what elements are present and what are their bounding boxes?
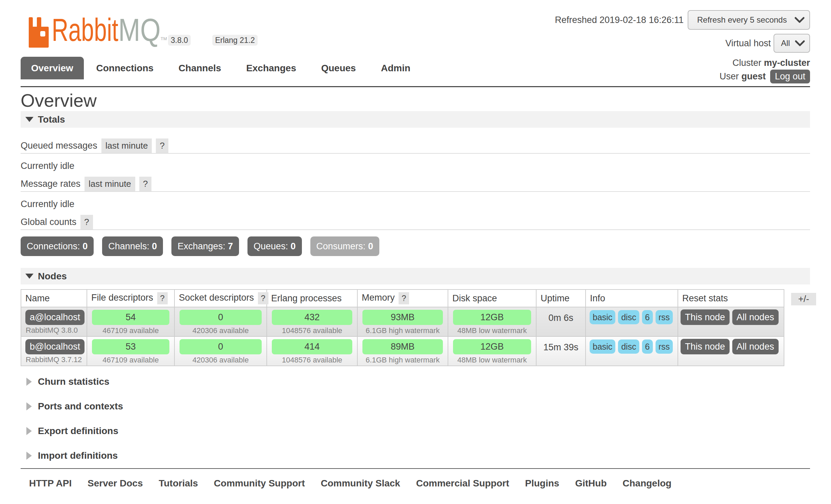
footer-link-commercial-support[interactable]: Commercial Support [416,478,509,489]
col-socket-descriptors: Socket descriptors ? [174,289,267,307]
erlang-version-badge: Erlang 21.2 [212,35,258,46]
tab-exchanges[interactable]: Exchanges [234,57,309,79]
section-header-import-definitions[interactable]: Import definitions [21,450,810,461]
rabbitmq-overview-page: Rabbit MQ TM 3.8.0 Erlang 21.2 Refreshed… [0,0,831,504]
info-badge-basic[interactable]: basic [590,310,615,324]
info-badge-disc[interactable]: disc [618,310,639,324]
col-name: Name [21,289,87,307]
message-rates-heading: Message rates last minute ? [21,177,810,192]
reset-all-nodes-button[interactable]: All nodes [732,339,779,354]
connections-count-label: Connections: [27,241,80,251]
cluster-label-text: Cluster [732,58,761,68]
help-icon[interactable]: ? [156,138,168,153]
section-header-ports-and-contexts[interactable]: Ports and contexts [21,400,810,412]
memory-cell: 93MB 6.1GB high watermark [357,307,448,336]
col-erlang-processes: Erlang processes [267,289,357,307]
section-header-totals[interactable]: Totals [21,111,810,128]
tab-channels[interactable]: Channels [166,57,234,79]
uptime-cell: 15m 39s [536,336,586,366]
footer-link-plugins[interactable]: Plugins [525,478,559,489]
node-name-badge[interactable]: b@localhost [25,339,85,354]
tab-connections[interactable]: Connections [84,57,166,79]
col-file-descriptors: File descriptors ? [87,289,174,307]
reset-this-node-button[interactable]: This node [681,309,730,325]
queued-idle-text: Currently idle [21,160,810,171]
help-icon[interactable]: ? [399,292,409,304]
section-header-churn-statistics[interactable]: Churn statistics [21,376,810,387]
info-badge-cores[interactable]: 6 [642,310,653,324]
footer-link-server-docs[interactable]: Server Docs [88,478,143,489]
footer-link-github[interactable]: GitHub [575,478,607,489]
footer-link-community-support[interactable]: Community Support [214,478,305,489]
rates-range-badge[interactable]: last minute [85,177,135,191]
logo-text-mq: MQ [118,17,161,48]
info-badge-rss[interactable]: rss [656,310,673,324]
footer-links: HTTP API Server Docs Tutorials Community… [29,478,810,489]
queues-count-button[interactable]: Queues: 0 [247,236,302,256]
exchanges-count-value: 7 [228,241,233,251]
section-header-export-definitions[interactable]: Export definitions [21,425,810,437]
tab-admin[interactable]: Admin [369,57,423,79]
help-icon[interactable]: ? [258,292,268,304]
footer-link-http-api[interactable]: HTTP API [29,478,72,489]
col-disk-space: Disk space [448,289,536,307]
col-info: Info [586,289,678,307]
column-header-label: Erlang processes [271,293,342,303]
erlang-processes-cell: 414 1048576 available [267,336,357,366]
section-header-nodes[interactable]: Nodes [21,268,810,284]
help-icon[interactable]: ? [80,215,93,229]
section-label: Totals [38,114,65,125]
connections-count-value: 0 [82,241,88,251]
exchanges-count-button[interactable]: Exchanges: 7 [171,236,239,256]
channels-count-button[interactable]: Channels: 0 [102,236,163,256]
node-version: RabbitMQ 3.8.0 [26,326,87,335]
refresh-row: Refreshed 2019-02-18 16:26:11 Refresh ev… [555,10,810,30]
queued-messages-heading: Queued messages last minute ? [21,138,810,154]
info-badge-disc[interactable]: disc [618,339,639,354]
disk-space-cell: 12GB 48MB low watermark [448,307,536,336]
reset-this-node-button[interactable]: This node [681,339,730,354]
rabbitmq-logo[interactable]: Rabbit MQ TM [29,17,171,51]
logout-button[interactable]: Log out [770,70,810,83]
status-block: Refreshed 2019-02-18 16:26:11 Refresh ev… [555,10,810,83]
reset-all-nodes-button[interactable]: All nodes [732,309,779,325]
vhost-select[interactable]: All [774,34,810,53]
footer-link-changelog[interactable]: Changelog [622,478,671,489]
exchanges-count-label: Exchanges: [177,241,225,251]
meter-green: 414 [272,339,352,354]
footer-link-tutorials[interactable]: Tutorials [159,478,198,489]
info-badge-basic[interactable]: basic [590,339,615,354]
consumers-count-button[interactable]: Consumers: 0 [310,236,379,256]
disk-space-cell: 12GB 48MB low watermark [448,336,536,366]
connections-count-button[interactable]: Connections: 0 [21,236,94,256]
reset-stats-cell: This nodeAll nodes [678,336,784,366]
consumers-count-label: Consumers: [316,241,366,251]
page-title: Overview [21,91,810,110]
column-picker-button[interactable]: +/- [791,293,816,305]
node-name-badge[interactable]: a@localhost [25,310,85,325]
queued-range-badge[interactable]: last minute [101,138,152,153]
channels-count-label: Channels: [108,241,149,251]
node-name-cell: a@localhost RabbitMQ 3.8.0 [21,307,87,336]
vhost-row: Virtual host All [555,34,810,53]
cluster-label: Cluster my-cluster [732,57,810,69]
erlang-processes-cell: 432 1048576 available [267,307,357,336]
refresh-interval-select[interactable]: Refresh every 5 seconds [688,10,810,30]
tab-queues[interactable]: Queues [309,57,369,79]
reset-stats-cell: This nodeAll nodes [678,307,784,336]
info-badge-rss[interactable]: rss [656,339,673,354]
help-icon[interactable]: ? [157,292,168,304]
meter-green: 12GB [453,310,531,325]
help-icon[interactable]: ? [139,177,151,191]
vhost-label: Virtual host [725,38,771,49]
footer-link-community-slack[interactable]: Community Slack [321,478,400,489]
rates-idle-text: Currently idle [21,199,810,209]
tab-overview[interactable]: Overview [21,57,84,79]
node-version: RabbitMQ 3.7.12 [26,355,87,364]
info-badge-cores[interactable]: 6 [642,339,653,354]
nodes-table-wrap: Name File descriptors ? Socket descripto… [21,289,810,366]
global-counts-label: Global counts [21,215,76,229]
rabbitmq-logo-image: Rabbit MQ TM [29,17,171,48]
consumers-count-value: 0 [368,241,373,251]
socket-descriptors-cell: 0 420306 available [174,307,267,336]
